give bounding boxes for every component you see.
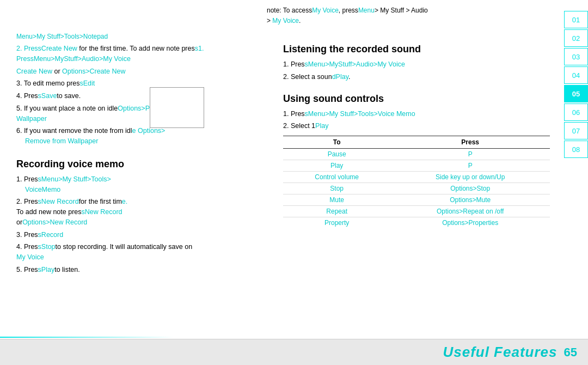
cell-press: Options>Stop [390, 183, 550, 194]
bottom-bar: Useful Features 65 [0, 339, 588, 365]
cell-to: Mute [283, 194, 390, 206]
table-row: Property Options>Properties [283, 217, 550, 229]
cell-press: Side key up or down/Up [390, 172, 550, 183]
table-row: Repeat Options>Repeat on /off [283, 206, 550, 217]
notepad-steps: 2. PressCreate New for the first time. T… [16, 44, 256, 147]
cell-to: Control volume [283, 172, 390, 183]
bottom-line [0, 337, 174, 338]
tab-08[interactable]: 08 [564, 141, 588, 158]
list-item: 2. Select 1Play [283, 121, 550, 131]
using-title: Using sound controls [283, 93, 550, 105]
col-header-press: Press [390, 136, 550, 149]
list-item: 2. PressNew Recordfor the first time. To… [16, 197, 256, 227]
tab-05-active[interactable]: 05 [564, 85, 588, 102]
page-title: Useful Features [443, 344, 557, 361]
list-item: 1. PressMenu>MyStuff>Audio>My Voice [283, 59, 550, 70]
cell-press: Options>Repeat on /off [390, 206, 550, 217]
list-item: 5. PressPlayto listen. [16, 265, 256, 275]
tab-02[interactable]: 02 [564, 29, 588, 47]
listening-title: Listening the recorded sound [283, 44, 550, 55]
list-item: Create New or Options>Create New [16, 66, 256, 77]
col-header-to: To [283, 136, 390, 149]
tab-03[interactable]: 03 [564, 48, 588, 65]
list-item: 3. To edit memo pressEdit [16, 78, 256, 89]
recording-title: Recording voice memo [16, 159, 256, 170]
cell-to: Stop [283, 183, 390, 194]
list-item: 4. PressStopto stop recording. It will a… [16, 242, 256, 263]
tab-06[interactable]: 06 [564, 104, 588, 121]
table-row: Mute Options>Mute [283, 194, 550, 206]
tab-04[interactable]: 04 [564, 66, 588, 84]
list-item: 3. PressRecord [16, 230, 256, 240]
tab-07[interactable]: 07 [564, 122, 588, 139]
list-item: 1. PressMenu>My Stuff>Tools>Voice Memo [283, 109, 550, 119]
list-item: 2. PressCreate New for the first time. T… [16, 44, 256, 64]
list-item: 1. PressMenu>My Stuff>Tools> VoiceMemo [16, 174, 256, 195]
table-row: Play P [283, 160, 550, 172]
nav-path-notepad: Menu>My Stuff>Tools>Notepad [16, 33, 256, 40]
cell-press: P [390, 149, 550, 160]
right-column: Listening the recorded sound 1. PressMen… [283, 44, 550, 228]
list-item: 5. If you want place a note on idleOptio… [16, 104, 256, 124]
listening-section: Listening the recorded sound 1. PressMen… [283, 44, 550, 82]
list-item: 6. If you want remove the note from idle… [16, 126, 256, 147]
list-item: 4. PressSaveto save. [16, 91, 256, 101]
list-item: 2. Select a soundPlay. [283, 72, 550, 82]
using-section: Using sound controls 1. PressMenu>My Stu… [283, 93, 550, 132]
thumbnail-box [150, 87, 204, 128]
recording-section: Recording voice memo 1. PressMenu>My Stu… [16, 159, 256, 275]
table-row: Pause P [283, 149, 550, 160]
cell-to: Repeat [283, 206, 390, 217]
cell-press: P [390, 160, 550, 172]
cell-to: Play [283, 160, 390, 172]
table-row: Control volume Side key up or down/Up [283, 172, 550, 183]
cell-to: Property [283, 217, 390, 229]
page-container: 01 02 03 04 05 06 07 08 note: To accessM… [0, 0, 588, 365]
cell-to: Pause [283, 149, 390, 160]
cell-press: Options>Properties [390, 217, 550, 229]
controls-table: To Press Pause P Play P Control volume [283, 136, 550, 228]
main-content: Menu>My Stuff>Tools>Notepad 2. PressCrea… [16, 11, 555, 338]
using-steps: 1. PressMenu>My Stuff>Tools>Voice Memo 2… [283, 109, 550, 132]
recording-steps: 1. PressMenu>My Stuff>Tools> VoiceMemo 2… [16, 174, 256, 275]
tabs-container: 01 02 03 04 05 06 07 08 [564, 11, 588, 158]
left-column: Menu>My Stuff>Tools>Notepad 2. PressCrea… [16, 33, 256, 277]
table-row: Stop Options>Stop [283, 183, 550, 194]
listening-steps: 1. PressMenu>MyStuff>Audio>My Voice 2. S… [283, 59, 550, 82]
cell-press: Options>Mute [390, 194, 550, 206]
page-number: 65 [564, 345, 577, 360]
